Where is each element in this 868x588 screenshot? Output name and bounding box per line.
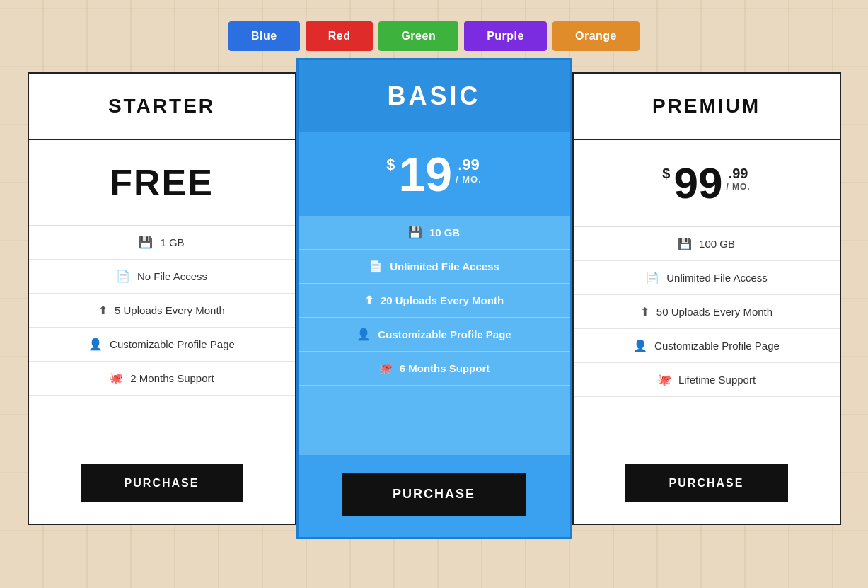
premium-uploads-text: 50 Uploads Every Month [656,306,772,318]
basic-plan-name: BASIC [313,81,556,111]
basic-plan-price: $ 19 .99 / MO. [299,132,570,216]
premium-features-list: 💾 100 GB 📄 Unlimited File Access ⬆ 50 Up… [574,227,840,443]
starter-feature-uploads: ⬆ 5 Uploads Every Month [29,294,295,328]
starter-uploads-text: 5 Uploads Every Month [115,304,225,316]
starter-storage-text: 1 GB [160,236,184,248]
basic-support-text: 6 Months Support [400,362,490,374]
basic-feature-profile: 👤 Customizable Profile Page [299,318,570,352]
premium-feature-profile: 👤 Customizable Profile Page [574,329,840,363]
starter-plan-name: STARTER [43,95,281,117]
starter-plan-card: STARTER FREE 💾 1 GB 📄 No File Access ⬆ 5… [28,72,296,525]
starter-support-text: 2 Months Support [130,372,214,384]
starter-feature-profile: 👤 Customizable Profile Page [29,328,295,362]
color-theme-buttons: Blue Red Green Purple Orange [228,21,640,51]
basic-access-text: Unlimited File Access [390,260,499,272]
green-theme-button[interactable]: Green [378,21,458,51]
blue-theme-button[interactable]: Blue [228,21,300,51]
basic-purchase-button[interactable]: PURCHASE [342,473,526,516]
profile-icon: 👤 [357,328,371,341]
premium-feature-support: 🐙 Lifetime Support [574,363,840,397]
upload-icon: ⬆ [98,304,108,317]
premium-plan-name: PREMIUM [588,95,826,117]
profile-icon: 👤 [633,339,647,352]
basic-price-mo: / MO. [456,174,482,185]
basic-plan-header: BASIC [299,60,570,132]
orange-theme-button[interactable]: Orange [552,21,640,51]
premium-feature-uploads: ⬆ 50 Uploads Every Month [574,295,840,329]
premium-storage-text: 100 GB [699,238,735,250]
premium-feature-storage: 💾 100 GB [574,227,840,261]
premium-plan-card: PREMIUM $ 99 .99 / MO. 💾 100 GB 📄 Unlimi… [572,72,841,525]
profile-icon: 👤 [88,338,103,351]
basic-plan-action: PURCHASE [299,455,570,537]
premium-plan-action: PURCHASE [574,443,840,524]
starter-purchase-button[interactable]: PURCHASE [81,464,243,502]
upload-icon: ⬆ [364,294,374,307]
basic-price-cents: .99 [456,156,482,174]
starter-profile-text: Customizable Profile Page [110,338,235,350]
starter-plan-action: PURCHASE [29,443,295,524]
file-icon: 📄 [116,270,130,283]
support-icon: 🐙 [378,362,393,375]
basic-profile-text: Customizable Profile Page [378,328,511,340]
premium-access-text: Unlimited File Access [666,272,768,284]
support-icon: 🐙 [109,371,123,385]
premium-plan-header: PREMIUM [574,74,840,140]
premium-dollar-sign: $ [662,166,670,182]
starter-feature-access: 📄 No File Access [29,260,295,294]
starter-features-list: 💾 1 GB 📄 No File Access ⬆ 5 Uploads Ever… [29,226,295,443]
starter-plan-price: FREE [29,140,295,226]
basic-feature-access: 📄 Unlimited File Access [299,250,570,284]
premium-profile-text: Customizable Profile Page [654,340,780,352]
premium-feature-access: 📄 Unlimited File Access [574,261,840,295]
file-icon: 📄 [369,260,383,273]
red-theme-button[interactable]: Red [306,21,374,51]
premium-price-main: 99 [673,161,722,205]
premium-plan-price: $ 99 .99 / MO. [574,140,840,227]
pricing-cards: STARTER FREE 💾 1 GB 📄 No File Access ⬆ 5… [17,72,852,539]
upload-icon: ⬆ [640,305,649,318]
basic-feature-support: 🐙 6 Months Support [299,352,570,386]
basic-price-main: 19 [398,150,452,198]
starter-price-value: FREE [110,162,214,203]
storage-icon: 💾 [139,236,153,249]
storage-icon: 💾 [408,226,422,239]
premium-purchase-button[interactable]: PURCHASE [625,464,788,502]
basic-feature-storage: 💾 10 GB [299,216,570,250]
starter-access-text: No File Access [137,270,207,282]
starter-feature-support: 🐙 2 Months Support [29,362,295,396]
premium-price-cents: .99 [726,166,750,182]
basic-feature-uploads: ⬆ 20 Uploads Every Month [299,284,570,318]
purple-theme-button[interactable]: Purple [464,21,547,51]
premium-price-mo: / MO. [726,182,750,192]
file-icon: 📄 [645,271,659,284]
premium-support-text: Lifetime Support [678,374,756,386]
basic-plan-card: BASIC $ 19 .99 / MO. 💾 10 GB 📄 Unlimited… [296,58,572,539]
support-icon: 🐙 [657,373,671,386]
basic-uploads-text: 20 Uploads Every Month [381,294,504,306]
starter-feature-storage: 💾 1 GB [29,226,295,260]
basic-dollar-sign: $ [386,156,395,174]
storage-icon: 💾 [678,237,692,250]
starter-plan-header: STARTER [29,74,295,140]
basic-storage-text: 10 GB [429,226,460,238]
basic-features-list: 💾 10 GB 📄 Unlimited File Access ⬆ 20 Upl… [299,216,570,455]
